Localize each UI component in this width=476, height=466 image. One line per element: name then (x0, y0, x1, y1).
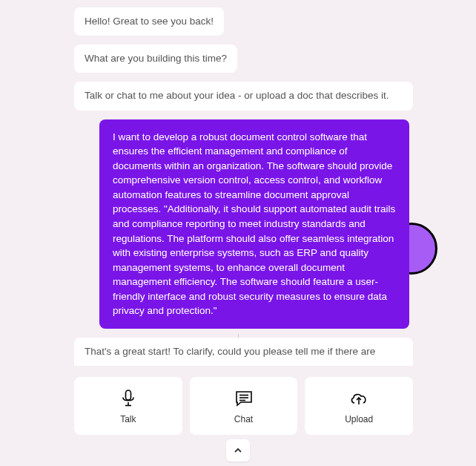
talk-label: Talk (120, 414, 136, 424)
chevron-up-icon (234, 447, 242, 453)
upload-cloud-icon (349, 389, 368, 408)
upload-label: Upload (345, 414, 373, 424)
bot-message: That's a great start! To clarify, could … (74, 338, 413, 366)
chat-button[interactable]: Chat (190, 377, 298, 435)
chat-label: Chat (234, 414, 253, 424)
svg-rect-0 (125, 390, 130, 400)
chat-icon (234, 389, 254, 408)
user-message: I want to develop a robust document cont… (99, 119, 409, 329)
upload-button[interactable]: Upload (305, 377, 413, 435)
bot-message: Hello! Great to see you back! (74, 7, 224, 36)
bot-message: Talk or chat to me about your idea - or … (74, 82, 413, 110)
chat-container: Hello! Great to see you back! What are y… (0, 0, 476, 466)
input-bar: Talk Chat Upload (74, 377, 413, 435)
collapse-button[interactable] (226, 439, 250, 462)
talk-button[interactable]: Talk (74, 377, 182, 435)
bot-message: What are you building this time? (74, 45, 237, 73)
microphone-icon (119, 389, 138, 408)
